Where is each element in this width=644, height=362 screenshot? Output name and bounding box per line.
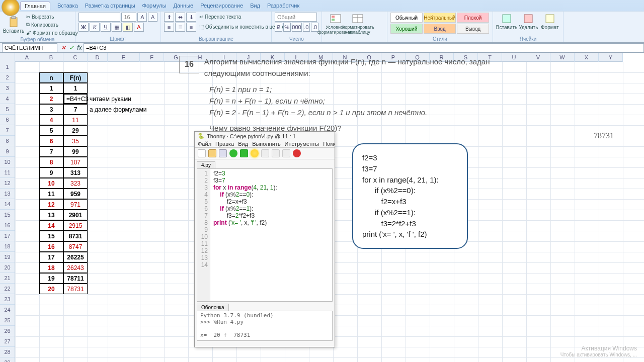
border-button[interactable]: ▦	[112, 23, 122, 32]
cell[interactable]: 2	[39, 94, 63, 104]
cell[interactable]: 11	[39, 189, 63, 199]
thonny-file-tab[interactable]: 4.py	[197, 161, 215, 168]
shrink-font-button[interactable]: A	[148, 13, 157, 22]
row-header-1[interactable]: 1	[0, 62, 15, 72]
debug-icon[interactable]	[240, 149, 248, 157]
row-header-5[interactable]: 5	[0, 104, 15, 115]
cell[interactable]: а далее формулами	[88, 104, 178, 115]
row-header-26[interactable]: 26	[0, 326, 15, 336]
cell[interactable]: 19	[39, 273, 63, 284]
cell[interactable]: 107	[63, 157, 88, 167]
cell[interactable]: 313	[63, 167, 88, 178]
inc-decimal[interactable]: .0	[303, 23, 310, 32]
cell-style-3[interactable]: Хороший	[390, 24, 423, 34]
row-header-14[interactable]: 14	[0, 199, 15, 210]
cell-style-4[interactable]: Ввод	[424, 24, 456, 34]
align-middle[interactable]: ⬌	[175, 13, 185, 22]
cell[interactable]: 18	[39, 262, 63, 273]
number-format-select[interactable]: Общий	[275, 13, 317, 22]
step-into-icon[interactable]	[261, 149, 269, 157]
row-header-15[interactable]: 15	[0, 210, 15, 220]
row-header-16[interactable]: 16	[0, 220, 15, 231]
cell[interactable]: читаем руками	[88, 94, 178, 104]
thonny-menu-item[interactable]: Выполнить	[252, 141, 280, 147]
insert-cells-button[interactable]: Вставить	[496, 13, 517, 30]
cell[interactable]: 2901	[63, 210, 88, 220]
col-header-D[interactable]: D	[88, 53, 108, 62]
paste-button[interactable]: Вставить	[3, 13, 24, 37]
save-file-icon[interactable]	[219, 149, 227, 157]
cell[interactable]: 9	[39, 167, 63, 178]
cut-button[interactable]: ✂Вырезать	[26, 13, 78, 21]
cell[interactable]: 8747	[63, 241, 88, 252]
row-header-23[interactable]: 23	[0, 294, 15, 305]
col-header-E[interactable]: E	[108, 53, 140, 62]
row-header-19[interactable]: 19	[0, 252, 15, 262]
cell[interactable]: F(n)	[63, 72, 88, 83]
cell[interactable]: 10	[39, 178, 63, 189]
cell-style-5[interactable]: Вывод	[457, 24, 489, 34]
thonny-menu-item[interactable]: Правка	[215, 141, 234, 147]
cell[interactable]: 4	[39, 115, 63, 125]
row-header-24[interactable]: 24	[0, 305, 15, 315]
cell[interactable]: 323	[63, 178, 88, 189]
row-header-17[interactable]: 17	[0, 231, 15, 241]
cell[interactable]: 13	[39, 210, 63, 220]
delete-cells-button[interactable]: Удалить	[518, 13, 539, 30]
cell-style-1[interactable]: Нейтральный	[424, 13, 456, 23]
cell[interactable]: 8731	[63, 231, 88, 241]
row-header-20[interactable]: 20	[0, 262, 15, 273]
col-header-F[interactable]: F	[140, 53, 164, 62]
cell[interactable]: 14	[39, 220, 63, 231]
font-color-button[interactable]: A	[134, 23, 144, 32]
code-body[interactable]: f2=3 f3=7 for x in range(4, 21, 1): if (…	[210, 169, 280, 301]
row-header-22[interactable]: 22	[0, 284, 15, 294]
cell[interactable]: 1	[39, 83, 63, 94]
thonny-menu-item[interactable]: Файл	[198, 141, 211, 147]
cell[interactable]: 26225	[63, 252, 88, 262]
row-header-28[interactable]: 28	[0, 347, 15, 357]
stop-icon[interactable]	[293, 149, 301, 157]
new-file-icon[interactable]	[198, 149, 206, 157]
cell[interactable]: 78711	[63, 273, 88, 284]
col-header-X[interactable]: X	[575, 53, 599, 62]
row-header-13[interactable]: 13	[0, 189, 15, 199]
copy-button[interactable]: ⧉Копировать	[26, 21, 78, 29]
font-size-select[interactable]: 16	[121, 13, 136, 22]
align-right[interactable]: ≡	[186, 23, 196, 32]
ribbon-tab-4[interactable]: Данные	[173, 3, 193, 9]
cell[interactable]: 959	[63, 189, 88, 199]
font-family-select[interactable]	[78, 13, 120, 22]
cell[interactable]: n	[39, 72, 63, 83]
thonny-shell[interactable]: Python 3.7.9 (bundled) >>> %Run 4.py x= …	[197, 311, 333, 341]
step-over-icon[interactable]	[251, 149, 259, 157]
ribbon-tab-0[interactable]: Главная	[20, 2, 50, 10]
thonny-shell-tab[interactable]: Оболочка	[197, 304, 229, 311]
cell[interactable]: 7	[63, 104, 88, 115]
cancel-formula[interactable]: ✕	[59, 44, 67, 51]
cell[interactable]: 1	[63, 83, 88, 94]
row-header-12[interactable]: 12	[0, 178, 15, 189]
cell[interactable]: 12	[39, 199, 63, 210]
thonny-menu-item[interactable]: Инструменты	[285, 141, 319, 147]
percent-button[interactable]: %	[283, 23, 291, 32]
row-header-10[interactable]: 10	[0, 157, 15, 167]
cell[interactable]: 6	[39, 136, 63, 146]
ribbon-tab-3[interactable]: Формулы	[142, 3, 167, 9]
cell[interactable]: =B4+C3	[63, 94, 88, 104]
row-header-7[interactable]: 7	[0, 125, 15, 136]
step-out-icon[interactable]	[272, 149, 280, 157]
cell-style-0[interactable]: Обычный	[390, 13, 423, 23]
cell[interactable]: 8	[39, 157, 63, 167]
thonny-window[interactable]: 🐍 Thonny · C:\ege.pyton\4.py @ 11 : 1 Фа…	[194, 131, 335, 347]
grow-font-button[interactable]: A	[137, 13, 147, 22]
cell[interactable]: 3	[39, 104, 63, 115]
ribbon-tab-5[interactable]: Рецензирование	[200, 3, 243, 9]
cell[interactable]: 15	[39, 231, 63, 241]
currency-button[interactable]: ₽	[275, 23, 282, 32]
row-header-2[interactable]: 2	[0, 72, 15, 83]
col-header-C[interactable]: C	[63, 53, 88, 62]
align-left[interactable]: ≡	[164, 23, 174, 32]
row-header-11[interactable]: 11	[0, 167, 15, 178]
cell[interactable]: 2915	[63, 220, 88, 231]
